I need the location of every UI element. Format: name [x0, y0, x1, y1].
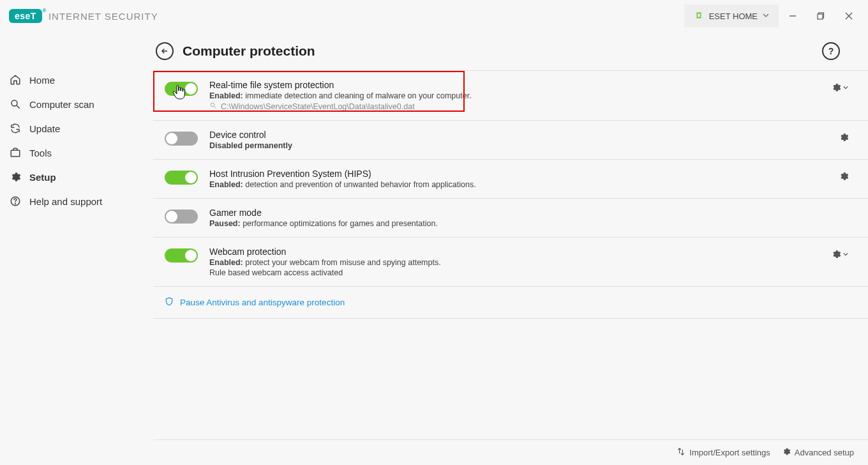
- home-icon: [9, 73, 22, 86]
- shield-icon: [165, 297, 174, 308]
- row-gamer-mode: Gamer mode Paused: performance optimizat…: [153, 199, 868, 238]
- toggle-device-control[interactable]: [165, 132, 198, 146]
- toggle-webcam[interactable]: [165, 248, 198, 263]
- advanced-setup-button[interactable]: Advanced setup: [782, 447, 854, 458]
- row-status: Enabled: protect your webcam from misuse…: [209, 258, 819, 267]
- svg-rect-2: [818, 14, 823, 19]
- sidebar-item-label: Setup: [29, 172, 56, 183]
- refresh-icon: [9, 122, 22, 135]
- chevron-down-icon: [762, 11, 770, 21]
- back-button[interactable]: [156, 42, 174, 60]
- main-content: Computer protection ? Real-time file sys…: [153, 32, 868, 439]
- row-title: Gamer mode: [209, 208, 849, 218]
- row-webcam-protection: Webcam protection Enabled: protect your …: [153, 238, 868, 287]
- row-status: Disabled permanently: [209, 141, 827, 150]
- close-button[interactable]: [835, 4, 863, 27]
- row-title: Host Intrusion Prevention System (HIPS): [209, 169, 827, 179]
- row-scan-path: C:\Windows\ServiceState\EventLog\Data\la…: [209, 102, 819, 111]
- sidebar-item-label: Tools: [29, 148, 52, 158]
- row-title: Real-time file system protection: [209, 80, 819, 90]
- eset-logo: eseT ®: [9, 9, 42, 23]
- toggle-real-time[interactable]: [165, 82, 198, 96]
- product-name: INTERNET SECURITY: [49, 11, 158, 22]
- sidebar-item-label: Home: [29, 75, 55, 86]
- sidebar-item-label: Help and support: [29, 196, 102, 207]
- logo-text: eseT: [15, 11, 36, 21]
- minimize-button[interactable]: [779, 4, 807, 27]
- eset-home-label: ESET HOME: [709, 11, 758, 21]
- maximize-button[interactable]: [807, 4, 835, 27]
- toggle-gamer-mode[interactable]: [165, 210, 198, 224]
- help-button[interactable]: ?: [822, 42, 840, 60]
- sidebar-item-update[interactable]: Update: [0, 116, 153, 141]
- svg-point-9: [15, 203, 16, 204]
- page-title: Computer protection: [183, 43, 315, 59]
- gear-icon: [9, 171, 22, 183]
- chevron-down-icon: [842, 84, 849, 91]
- sidebar-item-tools[interactable]: Tools: [0, 141, 153, 165]
- footer: Import/Export settings Advanced setup: [153, 439, 868, 465]
- svg-line-11: [214, 107, 216, 109]
- sidebar-item-home[interactable]: Home: [0, 68, 153, 92]
- pause-antivirus-link[interactable]: Pause Antivirus and antispyware protecti…: [153, 287, 868, 319]
- sidebar-item-setup[interactable]: Setup: [0, 165, 153, 189]
- row-title: Webcam protection: [209, 247, 819, 257]
- row-status: Paused: performance optimizations for ga…: [209, 219, 849, 228]
- help-icon: [9, 195, 22, 208]
- svg-rect-7: [11, 150, 20, 156]
- row-title: Device control: [209, 130, 827, 140]
- row-settings-button[interactable]: [839, 171, 849, 181]
- toggle-hips[interactable]: [165, 171, 198, 185]
- row-status: Enabled: detection and prevention of unw…: [209, 180, 827, 189]
- import-export-label: Import/Export settings: [689, 448, 770, 457]
- pause-link-label: Pause Antivirus and antispyware protecti…: [180, 298, 345, 307]
- link-icon: [693, 11, 705, 21]
- svg-line-6: [17, 105, 20, 109]
- import-export-icon: [677, 447, 685, 458]
- sidebar-item-label: Update: [29, 123, 60, 134]
- chevron-down-icon: [842, 251, 849, 257]
- row-device-control: Device control Disabled permanently: [153, 121, 868, 160]
- row-real-time-protection: Real-time file system protection Enabled…: [153, 71, 868, 121]
- sidebar-item-help[interactable]: Help and support: [0, 189, 153, 213]
- search-icon: [9, 98, 22, 111]
- row-settings-button[interactable]: [831, 82, 849, 93]
- briefcase-icon: [9, 146, 22, 159]
- sidebar: Home Computer scan Update Tools Setup He…: [0, 32, 153, 439]
- search-icon: [209, 102, 217, 111]
- sidebar-item-scan[interactable]: Computer scan: [0, 92, 153, 116]
- row-extra: Rule based webcam access activated: [209, 268, 819, 277]
- row-settings-button[interactable]: [831, 249, 849, 259]
- advanced-setup-label: Advanced setup: [795, 448, 854, 457]
- eset-home-button[interactable]: ESET HOME: [684, 4, 779, 27]
- row-hips: Host Intrusion Prevention System (HIPS) …: [153, 160, 868, 199]
- gear-icon: [782, 447, 791, 458]
- svg-point-5: [11, 100, 17, 106]
- sidebar-item-label: Computer scan: [29, 99, 94, 110]
- row-status: Enabled: immediate detection and cleanin…: [209, 91, 819, 100]
- import-export-button[interactable]: Import/Export settings: [677, 447, 770, 458]
- svg-point-10: [211, 103, 214, 107]
- row-settings-button[interactable]: [839, 132, 849, 142]
